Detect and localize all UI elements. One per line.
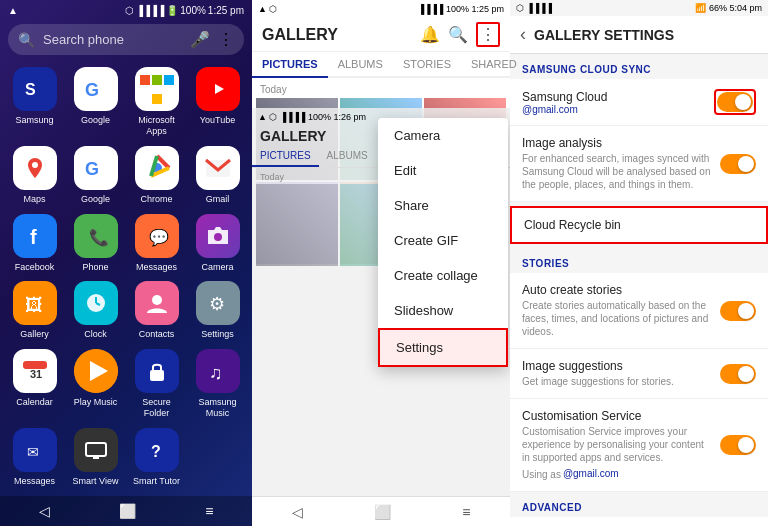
- svg-text:📞: 📞: [89, 228, 109, 247]
- app-phone[interactable]: 📞 Phone: [69, 214, 122, 274]
- status-bar: ▲ ⬡ ▐▐▐▐ 🔋 100% 1:25 pm: [0, 0, 252, 20]
- svg-text:31: 31: [30, 368, 42, 380]
- samsung-cloud-toggle[interactable]: [717, 92, 753, 112]
- app-icon-messages2: ✉: [13, 428, 57, 472]
- gallery-back-icon[interactable]: ◁: [292, 504, 303, 520]
- app-facebook[interactable]: f Facebook: [8, 214, 61, 274]
- app-microsoft[interactable]: Microsoft Apps: [130, 67, 183, 138]
- auto-create-stories-desc: Create stories automatically based on th…: [522, 299, 712, 338]
- svg-point-4: [32, 162, 38, 168]
- cloud-recycle-bin-button[interactable]: Cloud Recycle bin: [510, 206, 768, 244]
- tab-shared[interactable]: SHARED: [461, 52, 527, 78]
- customisation-service-toggle[interactable]: [720, 435, 756, 455]
- svg-point-15: [214, 233, 222, 241]
- app-camera[interactable]: Camera: [191, 214, 244, 274]
- app-smartview[interactable]: Smart View: [69, 428, 122, 488]
- app-label-securefolder: Secure Folder: [130, 397, 183, 419]
- settings-back-button[interactable]: ‹: [520, 24, 526, 45]
- gallery-home-icon[interactable]: ⬜: [374, 504, 391, 520]
- back-nav-icon[interactable]: ◁: [39, 503, 50, 519]
- app-label-contacts: Contacts: [139, 329, 175, 340]
- menu-camera[interactable]: Camera: [378, 118, 508, 153]
- image-suggestions-toggle[interactable]: [720, 364, 756, 384]
- mic-icon: 🎤: [190, 30, 210, 49]
- search-bar[interactable]: 🔍 Search phone 🎤 ⋮: [8, 24, 244, 55]
- app-securefolder[interactable]: Secure Folder: [130, 349, 183, 420]
- auto-create-stories-item: Auto create stories Create stories autom…: [510, 273, 768, 349]
- app-label-camera: Camera: [201, 262, 233, 273]
- time: 1:25 pm: [208, 5, 244, 16]
- tab-albums[interactable]: ALBUMS: [328, 52, 393, 78]
- svg-rect-39: [93, 456, 99, 459]
- samsung-cloud-toggle-wrapper: [714, 89, 756, 115]
- menu-edit[interactable]: Edit: [378, 153, 508, 188]
- tab-pictures2[interactable]: PICTURES: [252, 146, 319, 167]
- app-messages[interactable]: 💬 Messages: [130, 214, 183, 274]
- app-label-phone: Phone: [82, 262, 108, 273]
- app-label-settings: Settings: [201, 329, 234, 340]
- app-maps[interactable]: Maps: [8, 146, 61, 206]
- more-icon: ⋮: [218, 30, 234, 49]
- menu-settings[interactable]: Settings: [378, 328, 508, 367]
- app-gallery[interactable]: 🖼 Gallery: [8, 281, 61, 341]
- app-icon-google: G: [74, 67, 118, 111]
- app-youtube[interactable]: YouTube: [191, 67, 244, 138]
- image-analysis-toggle[interactable]: [720, 154, 756, 174]
- customisation-service-desc: Customisation Service improves your expe…: [522, 425, 712, 464]
- menu-create-collage[interactable]: Create collage: [378, 258, 508, 293]
- search-icon[interactable]: 🔍: [448, 25, 468, 44]
- go-straight-item: Go straight to the site Show a button to…: [510, 517, 768, 526]
- app-clock[interactable]: Clock: [69, 281, 122, 341]
- app-chrome[interactable]: Chrome: [130, 146, 183, 206]
- bluetooth-icon: ⬡: [125, 5, 134, 16]
- more-icon[interactable]: ⋮: [480, 26, 496, 43]
- home-nav-icon[interactable]: ⬜: [119, 503, 136, 519]
- search-icon: 🔍: [18, 32, 35, 48]
- gallery-content: Today ▲ ⬡ ▐▐▐▐ 100% 1:26 pm GALLERY PICT…: [252, 78, 510, 496]
- stories-label: STORIES: [510, 248, 768, 273]
- home-screen: ▲ ⬡ ▐▐▐▐ 🔋 100% 1:25 pm 🔍 Search phone 🎤…: [0, 0, 252, 526]
- app-google[interactable]: G Google: [69, 67, 122, 138]
- app-icon-clock: [74, 281, 118, 325]
- menu-slideshow[interactable]: Slideshow: [378, 293, 508, 328]
- app-contacts[interactable]: Contacts: [130, 281, 183, 341]
- tab-albums2[interactable]: ALBUMS: [319, 146, 376, 167]
- image-analysis-desc: For enhanced search, images synced with …: [522, 152, 712, 191]
- gallery-header-icons: 🔔 🔍 ⋮: [420, 22, 500, 47]
- app-gmail[interactable]: Gmail: [191, 146, 244, 206]
- tab-stories[interactable]: STORIES: [393, 52, 461, 78]
- app-icon-gallery: 🖼: [13, 281, 57, 325]
- app-grid: S Samsung G Google Microsoft Apps YouTub…: [0, 59, 252, 496]
- app-label-microsoft: Microsoft Apps: [130, 115, 183, 137]
- app-messages2[interactable]: ✉ Messages: [8, 428, 61, 488]
- menu-share[interactable]: Share: [378, 188, 508, 223]
- cloud-recycle-bin-label: Cloud Recycle bin: [524, 218, 621, 232]
- notification-icon[interactable]: 🔔: [420, 25, 440, 44]
- app-calendar[interactable]: 31 Calendar: [8, 349, 61, 420]
- app-samsung[interactable]: S Samsung: [8, 67, 61, 138]
- settings-status-right: 📶 66% 5:04 pm: [695, 3, 762, 13]
- svg-text:♫: ♫: [209, 363, 223, 383]
- more-options-button[interactable]: ⋮: [476, 22, 500, 47]
- gallery-title: GALLERY: [262, 26, 338, 44]
- app-label-smarttutor: Smart Tutor: [133, 476, 180, 487]
- tab-pictures[interactable]: PICTURES: [252, 52, 328, 78]
- app-icon-microsoft: [135, 67, 179, 111]
- app-google2[interactable]: G Google: [69, 146, 122, 206]
- gallery-recents-icon[interactable]: ≡: [462, 504, 470, 520]
- app-samsungmusic[interactable]: ♫ Samsung Music: [191, 349, 244, 420]
- samsung-cloud-sync-label: SAMSUNG CLOUD SYNC: [510, 54, 768, 79]
- recents-nav-icon[interactable]: ≡: [205, 503, 213, 519]
- app-label-smartview: Smart View: [73, 476, 119, 487]
- gallery-thumb-b1[interactable]: [256, 184, 338, 266]
- home-nav: ◁ ⬜ ≡: [0, 496, 252, 526]
- app-playmusic[interactable]: Play Music: [69, 349, 122, 420]
- auto-create-stories-toggle[interactable]: [720, 301, 756, 321]
- svg-text:f: f: [30, 226, 37, 248]
- signal-icon: ▐▐▐▐: [136, 5, 164, 16]
- app-smarttutor[interactable]: ? Smart Tutor: [130, 428, 183, 488]
- menu-create-gif[interactable]: Create GIF: [378, 223, 508, 258]
- app-label-google2: Google: [81, 194, 110, 205]
- status-bar-left: ▲: [8, 5, 18, 16]
- app-settings[interactable]: ⚙ Settings: [191, 281, 244, 341]
